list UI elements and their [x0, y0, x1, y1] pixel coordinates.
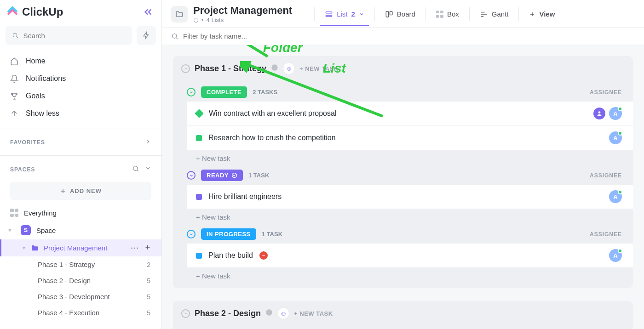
tree-list-count: 2 [147, 261, 151, 268]
search-input[interactable] [23, 32, 126, 40]
svg-line-8 [208, 45, 268, 57]
search-spaces-icon[interactable] [132, 165, 139, 174]
task-row[interactable]: Hire brilliant engineersA [187, 185, 633, 209]
view-tab-board[interactable]: Board [380, 6, 420, 22]
svg-rect-3 [326, 11, 332, 13]
tree-list-label: Phase 1 - Strategy [38, 261, 95, 268]
task-list: Win contract with an excellent proposalA… [187, 102, 633, 150]
assignee-avatar[interactable]: A [609, 190, 622, 203]
chevron-right-icon [145, 138, 151, 146]
brand-logo[interactable]: ClickUp [6, 6, 63, 18]
nav-notifications-label: Notifications [26, 74, 66, 83]
nav-goals-label: Goals [26, 92, 45, 100]
search-icon [171, 33, 178, 40]
clickup-icon [6, 6, 18, 18]
add-task-button[interactable]: + New task [187, 209, 633, 223]
status-task-count: 1 TASK [262, 231, 282, 238]
trophy-icon [10, 92, 19, 100]
add-new-space-button[interactable]: ADD NEW [10, 182, 151, 200]
info-icon[interactable] [271, 64, 278, 74]
assignee-avatar[interactable]: A [609, 131, 622, 144]
tree-folder-label: Project Management [44, 244, 107, 252]
task-row[interactable]: Plan the build –A [187, 244, 633, 267]
collapse-status-icon[interactable] [187, 88, 196, 96]
add-view-button[interactable]: View [524, 6, 559, 22]
status-pill[interactable]: COMPLETE [201, 86, 247, 98]
task-row[interactable]: Win contract with an excellent proposalA [187, 102, 633, 125]
board-icon [385, 10, 393, 18]
tree-list-item[interactable]: Phase 1 - Strategy2 [0, 256, 161, 272]
chevron-down-icon [359, 11, 364, 17]
gantt-icon [480, 10, 488, 18]
favorites-header[interactable]: FAVORITES [0, 132, 161, 153]
assignee-column-label: ASSIGNEE [590, 89, 622, 96]
box-icon [436, 11, 443, 18]
nav-show-less-label: Show less [26, 109, 59, 118]
task-row[interactable]: Research how to crush the competitionA [187, 125, 633, 150]
status-pill[interactable]: IN PROGRESS [201, 228, 256, 240]
task-title: Win contract with an excellent proposal [209, 109, 336, 118]
folder-icon [31, 244, 39, 252]
nav-show-less[interactable]: Show less [0, 105, 161, 122]
collapse-group-icon[interactable] [181, 309, 190, 318]
view-tab-list[interactable]: List 2 [320, 6, 369, 22]
tree-folder-project-management[interactable]: ▼ Project Management ··· [0, 239, 161, 256]
task-title: Research how to crush the competition [208, 134, 336, 142]
tree-space[interactable]: ▼ S Space [0, 221, 161, 239]
info-icon[interactable] [265, 309, 273, 318]
nav-notifications[interactable]: Notifications [0, 70, 161, 87]
collapse-group-icon[interactable] [181, 64, 190, 73]
plus-icon [529, 11, 535, 17]
tree-everything-label: Everything [24, 209, 57, 217]
status-block: IN PROGRESS1 TASKASSIGNEEPlan the build … [187, 228, 633, 282]
nav-goals[interactable]: Goals [0, 87, 161, 105]
view-tab-box[interactable]: Box [431, 6, 464, 22]
spaces-label: SPACES [10, 166, 35, 173]
add-list-icon[interactable] [144, 244, 151, 252]
assignee-avatar[interactable]: A [609, 107, 622, 120]
bot-icon[interactable]: ☺ [283, 62, 295, 74]
quick-action-button[interactable] [137, 26, 156, 45]
chevron-down-icon[interactable] [145, 165, 151, 174]
filter-bar [162, 28, 644, 45]
plus-icon [60, 188, 66, 194]
task-group-title: Phase 2 - Design [195, 309, 261, 318]
add-task-button[interactable]: + New task [187, 267, 633, 282]
list-icon [325, 10, 333, 18]
tree-everything[interactable]: Everything [0, 204, 161, 221]
collapse-status-icon[interactable] [187, 230, 196, 238]
view-tab-gantt[interactable]: Gantt [475, 6, 513, 22]
home-icon [10, 57, 19, 65]
tree-list-count: 5 [147, 293, 151, 301]
bell-icon [10, 74, 19, 83]
new-task-button[interactable]: + NEW TASK [299, 65, 339, 72]
task-list: Hire brilliant engineersA [187, 185, 633, 209]
view-tab-board-label: Board [397, 10, 415, 18]
task-list: Plan the build –A [187, 244, 633, 267]
add-task-button[interactable]: + New task [187, 150, 633, 164]
view-tab-box-label: Box [447, 10, 459, 18]
search-icon [12, 32, 18, 39]
tree-list-item[interactable]: Phase 2 - Design5 [0, 272, 161, 289]
status-block: COMPLETE2 TASKSASSIGNEEWin contract with… [187, 86, 633, 164]
tree-list-item[interactable]: Phase 3 - Development5 [0, 289, 161, 305]
svg-point-1 [133, 166, 138, 170]
add-new-label: ADD NEW [70, 187, 102, 194]
more-options-icon[interactable]: ··· [131, 244, 139, 252]
collapse-sidebar-icon[interactable] [143, 7, 153, 17]
status-pill[interactable]: READY [201, 170, 243, 181]
assignee-icon[interactable] [593, 108, 605, 119]
task-group-title: Phase 1 - Strategy [195, 64, 266, 74]
search-box[interactable] [6, 26, 132, 45]
assignee-avatar[interactable]: A [609, 249, 622, 262]
svg-point-2 [194, 18, 198, 22]
assignee-column-label: ASSIGNEE [590, 172, 622, 179]
filter-input[interactable] [183, 32, 321, 40]
nav-home[interactable]: Home [0, 52, 161, 70]
tree-list-item[interactable]: Phase 4 - Execution5 [0, 305, 161, 321]
bot-icon[interactable]: ☺ [277, 307, 289, 319]
new-task-button[interactable]: + NEW TASK [294, 310, 333, 317]
tree-list-label: Phase 3 - Development [38, 293, 110, 301]
collapse-status-icon[interactable] [187, 171, 196, 180]
svg-point-10 [271, 64, 277, 70]
